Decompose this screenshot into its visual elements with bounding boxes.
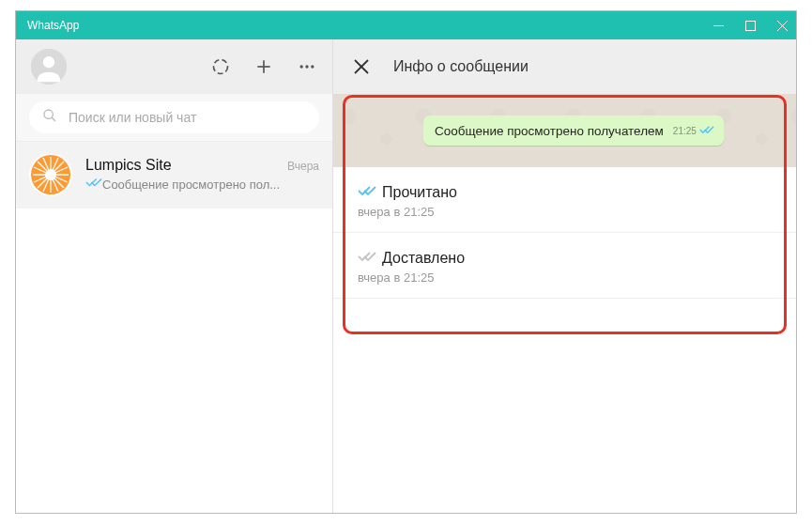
new-chat-icon[interactable] (253, 56, 274, 77)
svg-point-11 (311, 65, 314, 68)
maximize-button[interactable] (743, 19, 757, 32)
delivered-ticks-icon (358, 250, 376, 267)
delivered-label: Доставлено (382, 250, 465, 267)
menu-icon[interactable] (297, 56, 317, 77)
status-icon[interactable] (210, 56, 231, 77)
chat-avatar (29, 153, 72, 196)
read-time: вчера в 21:25 (358, 205, 772, 219)
message-preview-area: Сообщение просмотрено получателем 21:25 (333, 94, 796, 167)
chat-time: Вчера (287, 160, 319, 173)
left-header-actions (210, 56, 317, 77)
left-header (16, 39, 332, 94)
window-title: WhatsApp (27, 19, 79, 32)
main: Lumpics Site Вчера Сообщение просмотрено… (16, 39, 796, 513)
svg-point-12 (44, 110, 53, 118)
window: WhatsApp (15, 10, 797, 514)
minimize-button[interactable] (712, 19, 725, 32)
search-input[interactable] (69, 110, 306, 125)
info-title: Инфо о сообщении (393, 58, 529, 75)
svg-point-6 (214, 60, 228, 74)
search-icon (42, 108, 57, 127)
chat-list-panel: Lumpics Site Вчера Сообщение просмотрено… (16, 39, 333, 513)
read-section: Прочитано вчера в 21:25 (333, 167, 796, 233)
close-info-icon[interactable] (352, 57, 371, 76)
delivered-section: Доставлено вчера в 21:25 (333, 233, 796, 299)
close-button[interactable] (775, 19, 789, 32)
window-controls (712, 19, 789, 32)
svg-rect-1 (745, 21, 755, 30)
chat-name: Lumpics Site (85, 157, 172, 174)
search-box[interactable] (29, 101, 319, 133)
svg-point-24 (45, 169, 56, 180)
info-content: Сообщение просмотрено получателем 21:25 (333, 94, 796, 299)
delivered-time: вчера в 21:25 (358, 270, 772, 285)
search-wrap (16, 94, 332, 142)
read-ticks-icon (85, 176, 102, 193)
svg-point-9 (300, 65, 303, 68)
info-header: Инфо о сообщении (333, 39, 796, 94)
chat-preview: Сообщение просмотрено пол... (102, 178, 280, 192)
chat-body: Lumpics Site Вчера Сообщение просмотрено… (85, 157, 319, 193)
titlebar: WhatsApp (16, 11, 796, 39)
user-avatar[interactable] (31, 49, 67, 85)
read-ticks-icon (358, 184, 376, 201)
message-info-panel: Инфо о сообщении Сообщение просмотрено п… (333, 39, 796, 513)
message-meta: 21:25 (673, 122, 714, 139)
svg-point-10 (305, 65, 308, 68)
chat-list-item[interactable]: Lumpics Site Вчера Сообщение просмотрено… (16, 142, 332, 208)
message-bubble: Сообщение просмотрено получателем 21:25 (423, 116, 724, 146)
read-label: Прочитано (382, 184, 457, 201)
read-ticks-icon (699, 122, 714, 139)
message-time: 21:25 (673, 126, 697, 136)
message-text: Сообщение просмотрено получателем (435, 124, 664, 138)
svg-line-13 (52, 117, 55, 121)
svg-point-5 (43, 56, 54, 68)
